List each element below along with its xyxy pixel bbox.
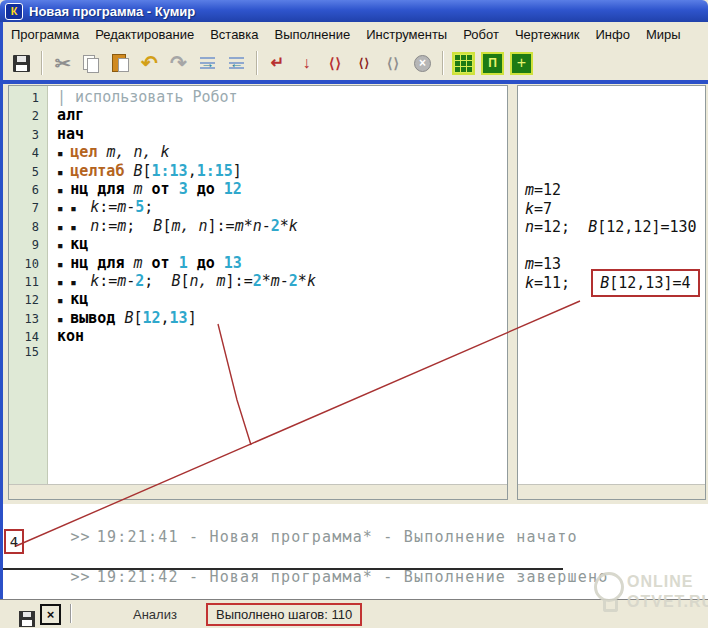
code-text: ▪ целтаб B[1:13,1:15] [47,162,242,180]
step-into-icon[interactable]: ↵ [264,50,291,77]
code-text: ▪ кц [47,290,88,308]
line-number: 15 [9,345,47,359]
code-line: 10▪ нц для m от 1 до 13 [9,254,507,272]
log-prompt: >> [70,568,90,586]
app-icon: К [5,3,23,20]
output-line: k=7 [525,200,700,219]
code-rows: 1| использовать Робот2алг3нач4▪ цел m, n… [9,88,507,364]
paste-icon[interactable] [107,50,134,77]
robot-window-icon[interactable]: П [479,50,506,77]
code-text: ▪ нц для m от 3 до 12 [47,180,242,198]
code-line: 6▪ нц для m от 3 до 12 [9,180,507,198]
line-number: 12 [9,293,47,307]
code-line: 14кон [9,327,507,345]
editor-h-scrollbar[interactable] [9,484,507,499]
menu-item-программа[interactable]: Программа [3,25,87,44]
code-text: ▪ ▪ k:=m-5; [47,198,153,216]
line-number: 2 [9,109,47,123]
step-loop-icon[interactable]: ⟨⟩ [351,50,378,77]
code-line: 7▪ ▪ k:=m-5; [9,198,507,216]
line-number: 9 [9,238,47,252]
output-line: n=12; B[12,12]=130 [525,218,700,237]
indent-right-icon[interactable]: → [194,50,221,77]
toolbar-divider [0,80,708,84]
undo-icon[interactable]: ↶ [136,50,163,77]
clear-log-icon[interactable]: × [40,604,61,625]
window-title: Новая программа - Кумир [29,4,195,19]
code-line: 5▪ целтаб B[1:13,1:15] [9,162,507,180]
drawer-window-icon[interactable]: + [508,50,535,77]
code-text: | использовать Робот [47,88,238,106]
save-icon[interactable] [8,50,35,77]
menu-item-редактирование[interactable]: Редактирование [87,25,202,44]
log-text: 19:21:42 - Новая программа* - Выполнение… [97,568,609,586]
line-number: 1 [9,91,47,105]
menu-item-выполнение[interactable]: Выполнение [266,25,358,44]
log-prompt: >> [70,528,90,546]
menu-item-робот[interactable]: Робот [455,25,507,44]
code-text: ▪ вывод B[12,13] [47,309,197,327]
cut-icon[interactable]: ✂ [49,50,76,77]
indent-left-icon[interactable]: ← [223,50,250,77]
save-log-icon[interactable] [13,605,40,628]
code-text: ▪ цел m, n, k [47,143,170,161]
code-text: нач [47,125,84,143]
output-line [525,237,700,256]
code-line: 8▪ ▪ n:=m; B[m, n]:=m*n-2*k [9,217,507,235]
step-down-icon[interactable]: ↓ [293,50,320,77]
statusbar-separator [70,604,72,623]
code-line: 11▪ ▪ k:=m-2; B[n, m]:=2*m-2*k [9,272,507,290]
code-line: 9▪ кц [9,235,507,253]
log-entry: >>19:21:42 - Новая программа* - Выполнен… [9,550,608,604]
copy-icon[interactable] [78,50,105,77]
menubar: ПрограммаРедактированиеВставкаВыполнение… [3,22,708,46]
code-line: 4▪ цел m, n, k [9,143,507,161]
code-text: алг [47,106,84,124]
stop-icon[interactable]: × [409,50,436,77]
line-number: 7 [9,201,47,215]
menu-item-миры[interactable]: Миры [638,25,689,44]
steps-counter: Выполнено шагов: 110 [206,603,362,626]
menu-item-чертежник[interactable]: Чертежник [507,25,588,44]
code-text: ▪ кц [47,235,88,253]
line-number: 6 [9,183,47,197]
kumir-window: К Новая программа - Кумир ПрограммаРедак… [0,0,708,628]
toolbar: ✂↶↷→←↵↓⟨⟩⟨⟩⟨⟩×П+ [3,46,708,80]
code-line: 3нач [9,125,507,143]
run-loop-icon[interactable]: ⟨⟩ [322,50,349,77]
code-line: 15 [9,345,507,363]
robot-field-icon[interactable] [450,50,477,77]
line-number: 5 [9,165,47,179]
code-line: 2алг [9,106,507,124]
code-text: кон [47,327,84,345]
console-log[interactable]: >>19:21:41 - Новая программа* - Выполнен… [3,504,708,599]
code-line: 13▪ вывод B[12,13] [9,309,507,327]
output-line: m=12 [525,181,700,200]
output-line: k=11; B[12,13]=4 [525,274,700,293]
line-number: 10 [9,257,47,271]
line-number: 14 [9,330,47,344]
code-line: 1| использовать Робот [9,88,507,106]
menu-item-вставка[interactable]: Вставка [202,25,266,44]
io-h-scrollbar[interactable] [518,484,705,499]
toolbar-separator [256,51,258,75]
toolbar-separator [442,51,444,75]
title-bar[interactable]: К Новая программа - Кумир [0,0,708,22]
log-separator-line [3,568,563,570]
code-editor[interactable]: 1| использовать Робот2алг3нач4▪ цел m, n… [8,85,508,500]
code-text: ▪ ▪ n:=m; B[m, n]:=m*n-2*k [47,217,298,235]
line-number: 4 [9,146,47,160]
line-number: 13 [9,312,47,326]
line-number: 3 [9,128,47,142]
menu-item-инструменты[interactable]: Инструменты [358,25,455,44]
log-text: 19:21:41 - Новая программа* - Выполнение… [97,528,578,546]
code-line: 12▪ кц [9,290,507,308]
toolbar-separator [41,51,43,75]
menu-item-инфо[interactable]: Инфо [587,25,637,44]
analysis-status: Анализ [133,607,177,622]
redo-icon[interactable]: ↷ [165,50,192,77]
io-panel[interactable]: m=12k=7n=12; B[12,12]=130m=13k=11; B[12,… [517,85,706,500]
program-output: m=12k=7n=12; B[12,12]=130m=13k=11; B[12,… [525,181,700,292]
trace-icon[interactable]: ⟨⟩ [380,50,407,77]
line-number: 11 [9,275,47,289]
